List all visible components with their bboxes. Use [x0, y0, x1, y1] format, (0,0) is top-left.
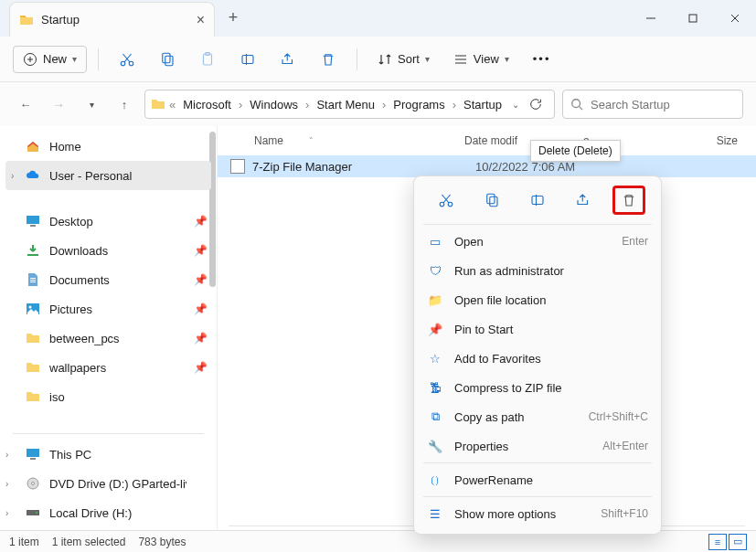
breadcrumb-item[interactable]: Windows: [246, 96, 302, 113]
rename-button[interactable]: [230, 46, 265, 73]
up-button[interactable]: ↑: [112, 91, 137, 117]
sidebar-item-folder[interactable]: between_pcs📌: [0, 324, 217, 353]
ctx-cut-button[interactable]: [430, 186, 463, 215]
svg-line-21: [580, 107, 583, 111]
search-icon: [570, 98, 583, 111]
back-button[interactable]: ←: [13, 91, 38, 117]
svg-point-32: [36, 512, 37, 514]
minimize-button[interactable]: [630, 0, 672, 37]
pin-icon: 📌: [194, 215, 208, 228]
sidebar-item-dvd[interactable]: › DVD Drive (D:) GParted-live: [0, 469, 217, 498]
chevron-right-icon[interactable]: ›: [11, 171, 14, 181]
path-icon: ⧉: [427, 409, 443, 424]
svg-rect-1: [689, 15, 697, 22]
svg-rect-22: [27, 216, 39, 224]
sidebar-item-user[interactable]: › User - Personal: [5, 161, 211, 190]
status-bytes: 783 bytes: [138, 536, 186, 548]
sidebar-item-pictures[interactable]: Pictures📌: [0, 294, 217, 324]
ctx-open-location[interactable]: 📁Open file location: [414, 285, 661, 314]
paste-button[interactable]: [190, 46, 225, 73]
cut-icon: [119, 51, 135, 68]
address-dropdown[interactable]: ⌄: [512, 100, 519, 110]
shortcut-icon: [230, 159, 245, 174]
details-view-button[interactable]: ≡: [708, 534, 727, 550]
sidebar-item-thispc[interactable]: › This PC: [0, 440, 217, 469]
view-button[interactable]: View ▾: [444, 47, 518, 72]
refresh-button[interactable]: [523, 97, 548, 111]
maximize-button[interactable]: [672, 0, 714, 37]
thumbnails-view-button[interactable]: ▭: [729, 534, 747, 550]
drive-icon: [26, 505, 40, 520]
pictures-icon: [26, 302, 40, 316]
svg-rect-28: [30, 458, 36, 460]
address-bar[interactable]: « Microsoft› Windows› Start Menu› Progra…: [144, 90, 555, 119]
svg-rect-38: [490, 196, 497, 207]
copy-button[interactable]: [150, 46, 185, 73]
forward-button[interactable]: →: [46, 91, 71, 117]
ctx-show-more[interactable]: ☰Show more optionsShift+F10: [414, 499, 661, 528]
share-button[interactable]: [271, 46, 305, 73]
delete-button[interactable]: [311, 46, 346, 73]
column-headers[interactable]: Name˄ Date modif e Size: [218, 126, 756, 155]
cut-button[interactable]: [110, 46, 144, 73]
ctx-rename-button[interactable]: [521, 186, 554, 215]
ctx-copy-path[interactable]: ⧉Copy as pathCtrl+Shift+C: [414, 402, 661, 431]
new-tab-button[interactable]: +: [215, 0, 251, 35]
view-icon: [453, 52, 468, 67]
chevron-right-icon[interactable]: ›: [5, 508, 8, 518]
sidebar-item-drive[interactable]: › Local Drive (H:): [0, 498, 217, 527]
ctx-share-button[interactable]: [567, 186, 600, 215]
close-button[interactable]: [714, 0, 756, 37]
sort-button[interactable]: Sort ▾: [368, 47, 439, 72]
ctx-properties[interactable]: 🔧PropertiesAlt+Enter: [414, 431, 661, 461]
more-button[interactable]: •••: [524, 47, 560, 71]
ctx-run-admin[interactable]: 🛡Run as administrator: [414, 256, 661, 285]
new-button[interactable]: New ▾: [13, 46, 87, 73]
file-row[interactable]: 7-Zip File Manager 10/2/2022 7:06 AM: [218, 155, 756, 177]
ctx-compress[interactable]: 🗜Compress to ZIP file: [414, 373, 661, 402]
svg-rect-23: [30, 225, 36, 227]
sidebar-item-downloads[interactable]: Downloads📌: [0, 236, 217, 265]
cloud-icon: [26, 168, 40, 183]
rename-icon: [529, 192, 546, 208]
title-bar: Startup × +: [0, 0, 756, 37]
chevron-right-icon[interactable]: ›: [5, 479, 8, 489]
wrench-icon: 🔧: [427, 440, 443, 453]
sidebar-item-folder[interactable]: iso: [0, 382, 217, 411]
navigation-pane: Home › User - Personal Desktop📌 Download…: [0, 126, 218, 530]
sidebar-item-documents[interactable]: Documents📌: [0, 265, 217, 294]
breadcrumb-item[interactable]: Start Menu: [313, 96, 378, 113]
column-name[interactable]: Name: [254, 134, 283, 147]
breadcrumb-item[interactable]: Startup: [460, 96, 506, 113]
svg-line-36: [442, 195, 450, 203]
window-tab[interactable]: Startup ×: [9, 2, 215, 37]
window-controls: [630, 0, 756, 37]
home-icon: [26, 139, 40, 154]
svg-rect-15: [242, 55, 253, 63]
ctx-powerrename[interactable]: ⟮⟯PowerRename: [414, 465, 661, 494]
tab-close-icon[interactable]: ×: [197, 12, 205, 28]
overflow-chevron[interactable]: «: [169, 98, 176, 111]
column-size[interactable]: Size: [656, 134, 756, 147]
breadcrumb-item[interactable]: Programs: [389, 96, 448, 113]
search-input[interactable]: Search Startup: [562, 90, 743, 119]
recent-dropdown[interactable]: ▾: [79, 91, 104, 117]
svg-point-26: [29, 306, 32, 309]
ctx-pin-start[interactable]: 📌Pin to Start: [414, 314, 661, 344]
sidebar-item-desktop[interactable]: Desktop📌: [0, 207, 217, 236]
ctx-copy-button[interactable]: [475, 186, 508, 215]
chevron-right-icon[interactable]: ›: [5, 450, 8, 460]
breadcrumb-item[interactable]: Microsoft: [179, 96, 235, 113]
ctx-favorite[interactable]: ☆Add to Favorites: [414, 344, 661, 373]
sidebar-item-home[interactable]: Home: [0, 132, 217, 161]
navigation-bar: ← → ▾ ↑ « Microsoft› Windows› Start Menu…: [0, 82, 756, 126]
desktop-icon: [26, 214, 40, 228]
sidebar-item-folder[interactable]: wallpapers📌: [0, 353, 217, 382]
status-item-count: 1 item: [9, 536, 39, 548]
svg-line-35: [443, 195, 451, 203]
tab-title: Startup: [41, 13, 80, 27]
ctx-open[interactable]: ▭OpenEnter: [414, 227, 661, 256]
ctx-delete-button[interactable]: [612, 186, 645, 215]
trash-icon: [621, 192, 637, 208]
star-icon: ☆: [427, 352, 443, 366]
